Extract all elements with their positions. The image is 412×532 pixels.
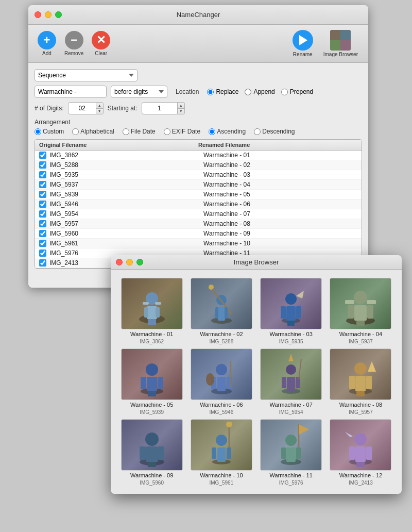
rename-button[interactable]: Rename: [288, 29, 317, 58]
file-checkbox[interactable]: [39, 259, 46, 267]
file-checkbox[interactable]: [39, 191, 46, 198]
svg-rect-28: [367, 305, 373, 319]
svg-rect-15: [225, 307, 228, 319]
digits-up-button[interactable]: ▲: [96, 103, 103, 109]
location-append[interactable]: Append: [245, 88, 274, 95]
image-item[interactable]: Warmachine - 06 IMG_5946: [188, 348, 254, 415]
ib-title-bar: × − + Image Browser: [111, 255, 402, 270]
starting-at-input[interactable]: [142, 102, 178, 114]
svg-rect-41: [217, 377, 226, 391]
thumb-cell-4: [340, 40, 351, 51]
minimize-button[interactable]: −: [45, 11, 52, 18]
svg-point-85: [354, 433, 367, 445]
image-browser-button[interactable]: Image Browser: [319, 29, 362, 58]
svg-point-56: [354, 362, 367, 375]
clear-label: Clear: [95, 51, 107, 56]
file-original: IMG_5288: [49, 161, 203, 169]
image-subtitle: IMG_5954: [279, 409, 303, 415]
image-thumbnail: [260, 278, 322, 329]
image-subtitle: IMG_5946: [210, 409, 234, 415]
remove-button[interactable]: − Remove: [61, 30, 87, 57]
prefix-input[interactable]: [35, 86, 107, 98]
image-title: Warmachine - 01: [130, 331, 173, 337]
svg-rect-51: [296, 377, 300, 388]
image-subtitle: IMG_3862: [140, 339, 164, 344]
sequence-select[interactable]: Sequence Date/Time Counter: [35, 69, 138, 81]
main-toolbar: + Add − Remove ✕ Clear Rename Image B: [28, 25, 368, 63]
renamed-filename-header: Renamed Filename: [198, 142, 357, 148]
image-item[interactable]: Warmachine - 07 IMG_5954: [259, 348, 324, 415]
ib-minimize-button[interactable]: −: [126, 259, 133, 265]
digits-down-button[interactable]: ▼: [96, 109, 103, 114]
svg-point-64: [145, 433, 159, 446]
arrangement-descending[interactable]: Descending: [254, 128, 295, 135]
image-thumbnail: [191, 278, 252, 329]
file-checkbox[interactable]: [39, 201, 46, 208]
svg-rect-84: [355, 446, 366, 462]
ib-window-title: Image Browser: [234, 258, 279, 266]
arrangement-custom[interactable]: Custom: [35, 128, 64, 135]
svg-rect-75: [227, 447, 231, 459]
image-item[interactable]: Warmachine - 11 IMG_5976: [259, 419, 324, 486]
arrangement-exif-date[interactable]: EXIF Date: [164, 128, 200, 135]
ib-close-button[interactable]: ×: [116, 259, 123, 265]
image-item[interactable]: Warmachine - 12 IMG_2413: [328, 419, 393, 486]
image-item[interactable]: Warmachine - 08 IMG_5957: [328, 348, 393, 415]
image-title: Warmachine - 05: [130, 402, 173, 408]
file-renamed: Warmachine - 06: [203, 201, 357, 208]
file-checkbox[interactable]: [39, 181, 46, 188]
svg-rect-50: [282, 377, 286, 388]
starting-up-button[interactable]: ▲: [178, 103, 184, 109]
image-thumbnail: [330, 348, 391, 400]
file-checkbox[interactable]: [39, 220, 46, 227]
svg-marker-52: [288, 354, 294, 361]
file-checkbox[interactable]: [39, 161, 46, 169]
location-prepend[interactable]: Prepend: [281, 88, 313, 95]
file-original: IMG_5957: [49, 220, 203, 227]
digits-input[interactable]: [68, 102, 96, 114]
file-checkbox[interactable]: [39, 210, 46, 218]
svg-rect-86: [349, 446, 355, 460]
image-item[interactable]: Warmachine - 04 IMG_5937: [328, 278, 393, 344]
file-renamed: Warmachine - 07: [203, 210, 357, 218]
image-thumbnail: [121, 278, 183, 329]
add-button[interactable]: + Add: [35, 30, 59, 57]
remove-label: Remove: [64, 51, 83, 56]
image-item[interactable]: Warmachine - 02 IMG_5288: [188, 278, 254, 344]
file-original: IMG_5961: [49, 240, 203, 247]
image-item[interactable]: Warmachine - 01 IMG_3862: [119, 278, 184, 344]
file-checkbox[interactable]: [39, 152, 46, 159]
image-item[interactable]: Warmachine - 03 IMG_5935: [259, 278, 324, 344]
file-row: IMG_5954 Warmachine - 07: [35, 209, 362, 219]
starting-at-stepper: ▲ ▼: [142, 102, 185, 114]
original-filename-header: Original Filename: [39, 142, 198, 148]
svg-rect-58: [366, 376, 372, 389]
arrangement-ascending[interactable]: Ascending: [209, 128, 246, 135]
image-grid: Warmachine - 01 IMG_3862 Warmachine - 02…: [111, 270, 402, 494]
file-checkbox[interactable]: [39, 171, 46, 178]
position-select[interactable]: before digits after digits: [111, 86, 167, 98]
arrangement-alphabetical[interactable]: Alphabetical: [72, 128, 114, 135]
location-replace[interactable]: Replace: [207, 88, 238, 95]
image-item[interactable]: Warmachine - 10 IMG_5961: [188, 419, 254, 486]
ib-maximize-button[interactable]: +: [136, 259, 143, 265]
svg-rect-87: [366, 446, 372, 460]
clear-button[interactable]: ✕ Clear: [89, 30, 113, 57]
svg-rect-4: [156, 307, 160, 318]
file-renamed: Warmachine - 04: [203, 181, 357, 188]
file-checkbox[interactable]: [39, 230, 46, 237]
maximize-button[interactable]: +: [55, 11, 62, 18]
image-item[interactable]: Warmachine - 09 IMG_5960: [119, 419, 184, 486]
figure-container: [261, 278, 321, 329]
file-checkbox[interactable]: [39, 250, 46, 257]
svg-rect-81: [281, 447, 286, 459]
svg-point-78: [285, 435, 297, 446]
location-group: Location Replace Append Prepend: [176, 88, 313, 95]
close-button[interactable]: ×: [35, 11, 41, 18]
image-thumbnail: [121, 419, 183, 471]
image-item[interactable]: Warmachine - 05 IMG_5939: [119, 348, 184, 415]
arrangement-file-date[interactable]: File Date: [123, 128, 156, 135]
file-checkbox[interactable]: [39, 240, 46, 247]
starting-down-button[interactable]: ▼: [178, 109, 184, 114]
file-row: IMG_5937 Warmachine - 04: [35, 180, 362, 190]
